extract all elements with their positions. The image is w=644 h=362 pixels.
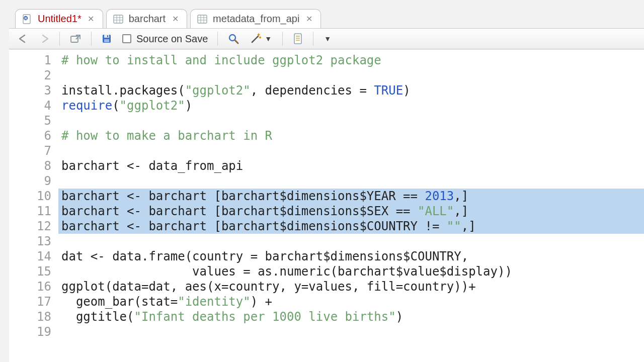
- rscript-file-icon: R: [22, 14, 33, 25]
- tab-data-metadata[interactable]: metadata_from_api ✕: [190, 9, 321, 28]
- toolbar-separator: [282, 32, 283, 46]
- toolbar-separator: [313, 32, 313, 46]
- chevron-down-icon: ▼: [264, 35, 273, 43]
- data-grid-icon: [113, 14, 124, 25]
- svg-rect-3: [114, 15, 123, 23]
- source-on-save-label: Source on Save: [136, 33, 208, 45]
- data-grid-icon: [197, 14, 208, 25]
- tab-label: metadata_from_api: [213, 13, 299, 25]
- svg-rect-17: [107, 35, 108, 37]
- find-replace-button[interactable]: [224, 31, 243, 47]
- tab-label: Untitled1*: [38, 13, 82, 25]
- line-number-gutter: 12345678910111213141516171819: [9, 50, 58, 362]
- code-line[interactable]: barchart <- barchart [barchart$dimension…: [58, 219, 644, 234]
- svg-rect-8: [198, 15, 207, 23]
- code-area[interactable]: # how to install and include ggplot2 pac…: [58, 50, 644, 362]
- chevron-down-icon: ▼: [323, 35, 332, 43]
- toolbar-separator: [217, 32, 218, 46]
- back-button[interactable]: [14, 31, 32, 47]
- code-line[interactable]: [58, 173, 644, 189]
- forward-button[interactable]: [35, 31, 53, 47]
- code-line[interactable]: # how to make a barchart in R: [58, 128, 644, 143]
- code-line[interactable]: ggtitle("Infant deaths per 1000 live bir…: [58, 309, 644, 324]
- code-line[interactable]: [58, 68, 644, 83]
- code-line[interactable]: # how to install and include ggplot2 pac…: [58, 53, 644, 68]
- compile-report-button[interactable]: [289, 31, 307, 47]
- tab-strip: R Untitled1* ✕ barchart ✕: [9, 2, 644, 28]
- code-line[interactable]: barchart <- barchart [barchart$dimension…: [58, 204, 644, 219]
- editor-toolbar: Source on Save ▼: [9, 28, 644, 49]
- svg-line-19: [235, 40, 238, 43]
- arrow-right-icon: [39, 34, 50, 43]
- svg-line-20: [252, 36, 258, 42]
- magic-wand-icon: [250, 33, 262, 45]
- svg-text:R: R: [24, 17, 27, 20]
- floppy-disk-icon: [101, 33, 112, 44]
- tab-script-untitled1[interactable]: R Untitled1* ✕: [15, 9, 103, 28]
- code-line[interactable]: [58, 143, 644, 158]
- svg-rect-15: [104, 35, 109, 38]
- popout-window-icon: [69, 33, 82, 44]
- code-line[interactable]: barchart <- barchart [barchart$dimension…: [58, 189, 644, 204]
- svg-rect-16: [104, 39, 109, 42]
- tab-label: barchart: [129, 13, 166, 25]
- svg-rect-25: [294, 34, 301, 44]
- code-line[interactable]: require("ggplot2"): [58, 98, 644, 113]
- checkbox-icon: [122, 34, 131, 43]
- code-line[interactable]: geom_bar(stat="identity") +: [58, 294, 644, 309]
- more-menu-button[interactable]: ▼: [319, 31, 336, 47]
- show-in-new-window-button[interactable]: [66, 31, 85, 47]
- close-icon[interactable]: ✕: [304, 15, 313, 24]
- code-line[interactable]: barchart <- data_from_api: [58, 158, 644, 173]
- notebook-icon: [292, 33, 303, 45]
- code-line[interactable]: ggplot(data=dat, aes(x=country, y=values…: [58, 279, 644, 294]
- source-on-save-toggle[interactable]: Source on Save: [119, 31, 211, 47]
- code-line[interactable]: [58, 113, 644, 128]
- code-line[interactable]: [58, 234, 644, 249]
- save-button[interactable]: [98, 31, 116, 47]
- svg-rect-13: [71, 36, 78, 42]
- code-line[interactable]: values = as.numeric(barchart$value$displ…: [58, 264, 644, 279]
- code-line[interactable]: [58, 324, 644, 339]
- code-editor[interactable]: 12345678910111213141516171819 # how to i…: [9, 49, 644, 362]
- tab-data-barchart[interactable]: barchart ✕: [106, 9, 187, 28]
- toolbar-separator: [91, 32, 92, 46]
- toolbar-separator: [59, 32, 60, 46]
- code-line[interactable]: install.packages("ggplot2", dependencies…: [58, 83, 644, 98]
- close-icon[interactable]: ✕: [87, 15, 96, 24]
- close-icon[interactable]: ✕: [171, 15, 180, 24]
- code-tools-button[interactable]: ▼: [246, 31, 276, 47]
- magnifier-icon: [227, 33, 239, 45]
- arrow-left-icon: [18, 34, 29, 43]
- code-line[interactable]: dat <- data.frame(country = barchart$dim…: [58, 249, 644, 264]
